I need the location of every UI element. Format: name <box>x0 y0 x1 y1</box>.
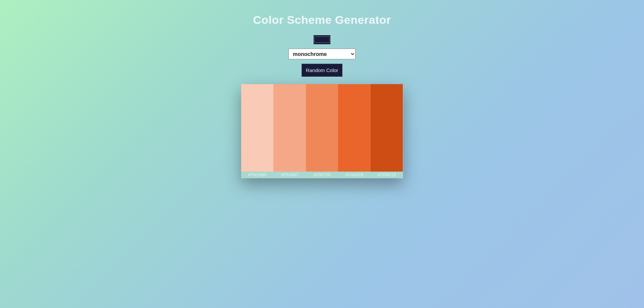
palette-swatch[interactable]: #F08759 <box>306 84 338 178</box>
swatch-hex-label: #F9CAB5 <box>241 172 274 178</box>
seed-color-input[interactable] <box>314 35 330 44</box>
palette-swatch[interactable]: #F9CAB5 <box>241 84 274 178</box>
random-color-button[interactable]: Random Color <box>302 64 343 77</box>
swatch-color-block <box>241 84 274 172</box>
palette-swatch[interactable]: #F5A887 <box>273 84 306 178</box>
swatch-hex-label: #F5A887 <box>273 172 306 178</box>
palette-swatch[interactable]: #CD4D15 <box>371 84 403 178</box>
swatch-hex-label: #F08759 <box>306 172 338 178</box>
scheme-mode-select[interactable]: monochrome <box>288 49 356 59</box>
color-palette: #F9CAB5 #F5A887 #F08759 #EA652B #CD4D15 <box>241 84 403 178</box>
swatch-color-block <box>306 84 338 172</box>
swatch-hex-label: #CD4D15 <box>371 172 403 178</box>
controls: monochrome Random Color <box>0 35 644 77</box>
palette-swatch[interactable]: #EA652B <box>338 84 371 178</box>
swatch-color-block <box>338 84 371 172</box>
swatch-hex-label: #EA652B <box>338 172 371 178</box>
swatch-color-block <box>273 84 306 172</box>
page-title: Color Scheme Generator <box>0 13 644 26</box>
swatch-color-block <box>371 84 403 172</box>
